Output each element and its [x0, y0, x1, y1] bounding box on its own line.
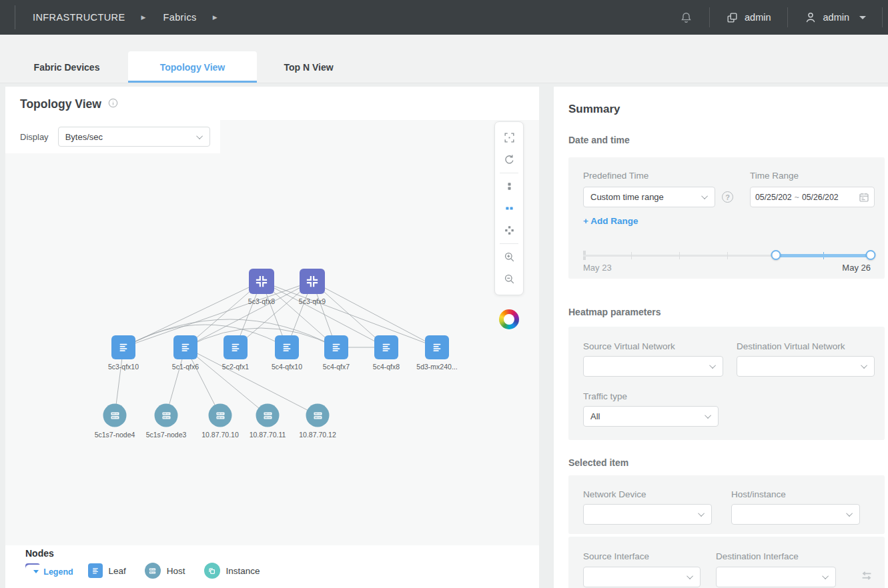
zoom-out-icon[interactable]	[494, 268, 524, 290]
host-node-5c1s7-node3[interactable]: 5c1s7-node3	[155, 404, 178, 427]
page-title: Topology View	[20, 97, 101, 111]
legend-item-host: Host	[145, 563, 185, 579]
traffic-type-select[interactable]: All	[583, 406, 719, 427]
destination-interface-select[interactable]	[716, 567, 836, 587]
time-range-input[interactable]: 05/25/202 ~ 05/26/202	[750, 187, 875, 207]
zoom-in-icon[interactable]	[494, 246, 524, 268]
host-icon	[107, 408, 122, 423]
slider-tick	[727, 252, 728, 259]
breadcrumb-fabrics[interactable]: Fabrics	[163, 12, 196, 23]
chevron-down-icon	[687, 573, 693, 579]
notifications-button[interactable]	[663, 0, 709, 35]
node-label: 10.87.70.11	[250, 431, 286, 439]
node-label: 5c1-qfx6	[172, 363, 199, 371]
header-right: admin admin	[663, 0, 888, 35]
chevron-down-icon	[701, 193, 708, 199]
legend-item-label: Leaf	[109, 566, 126, 576]
leaf-node-5c4-qfx10[interactable]: 5c4-qfx10	[275, 335, 299, 359]
network-device-select[interactable]	[583, 504, 712, 525]
slider-tick	[679, 252, 680, 259]
display-label: Display	[20, 132, 49, 142]
info-icon[interactable]	[108, 98, 118, 111]
topology-graph-area: 5c3-qfx8 5c3-qfx9 5c3-qfx10 5c1-qfx6 5c2…	[5, 120, 539, 545]
refresh-icon[interactable]	[494, 149, 524, 171]
tab-fabric-devices[interactable]: Fabric Devices	[5, 51, 128, 83]
legend-toggle[interactable]: Legend	[25, 565, 81, 579]
slider-handle-start[interactable]	[771, 250, 781, 260]
leaf-node-5c3-qfx10[interactable]: 5c3-qfx10	[111, 335, 135, 359]
host-node-5c1s7-node4[interactable]: 5c1s7-node4	[103, 404, 127, 427]
help-icon[interactable]: ?	[722, 191, 733, 203]
chevron-down-icon	[709, 362, 716, 369]
time-slider[interactable]	[583, 250, 871, 261]
add-range-link[interactable]: + Add Range	[583, 216, 638, 226]
leaf-node-5c1-qfx6[interactable]: 5c1-qfx6	[173, 335, 197, 359]
spine-node-5c3-qfx9[interactable]: 5c3-qfx9	[300, 269, 325, 294]
node-label: 5c4-qfx8	[373, 363, 400, 371]
section-date-and-time: Date and time	[568, 135, 630, 145]
breadcrumb-infrastructure[interactable]: INFRASTRUCTURE	[33, 12, 125, 23]
dest-vn-select[interactable]	[737, 356, 875, 377]
node-label: 5d3-mx240...	[416, 363, 457, 371]
node-label: 5c1s7-node4	[95, 431, 135, 439]
display-select-value: Bytes/sec	[65, 132, 103, 142]
fit-view-icon[interactable]	[494, 127, 524, 149]
host-node-10.87.70.11[interactable]: 10.87.70.11	[256, 404, 280, 427]
source-vn-label: Source Virtual Network	[583, 341, 675, 351]
legend-item-label: Host	[167, 566, 185, 576]
chevron-down-icon	[698, 510, 705, 517]
swap-interfaces-icon[interactable]	[859, 569, 874, 583]
leaf-icon	[329, 340, 344, 355]
host-instance-select[interactable]	[731, 504, 860, 525]
topology-edge[interactable]	[185, 328, 336, 347]
breadcrumb-arrow-icon: ▶	[141, 14, 146, 21]
selected-item-card: Network Device Host/instance	[568, 475, 885, 534]
leaf-node-5d3-mx240...[interactable]: 5d3-mx240...	[425, 335, 449, 359]
topology-edges	[5, 120, 539, 545]
spine-node-5c3-qfx8[interactable]: 5c3-qfx8	[249, 269, 274, 294]
slider-end-label: May 26	[842, 263, 871, 273]
tab-topology-view[interactable]: Topology View	[128, 51, 257, 83]
section-heatmap-parameters: Heatmap parameters	[568, 307, 661, 317]
layout-grid-icon[interactable]	[494, 219, 524, 241]
interfaces-card: Source Interface Destination Interface	[568, 537, 885, 588]
layout-horizontal-icon[interactable]	[494, 197, 524, 219]
chevron-down-icon	[859, 16, 866, 19]
traffic-type-label: Traffic type	[583, 391, 627, 401]
host-instance-label: Host/instance	[731, 489, 786, 499]
node-label: 5c1s7-node3	[146, 431, 187, 439]
host-node-10.87.70.10[interactable]: 10.87.70.10	[209, 404, 232, 427]
leaf-icon	[228, 340, 243, 355]
app-root: { "header": { "breadcrumb": [ { "label":…	[0, 0, 888, 588]
color-wheel-icon[interactable]	[499, 309, 519, 329]
layout-vertical-icon[interactable]	[494, 175, 524, 197]
display-select[interactable]: Bytes/sec	[58, 127, 210, 147]
header-divider	[15, 5, 15, 29]
tab-top-n-view[interactable]: Top N View	[257, 51, 360, 83]
leaf-node-5c2-qfx1[interactable]: 5c2-qfx1	[224, 335, 248, 359]
chevron-down-icon	[705, 412, 711, 419]
section-selected-item: Selected item	[568, 457, 628, 468]
slider-handle-end[interactable]	[866, 250, 876, 260]
source-interface-select[interactable]	[583, 567, 701, 587]
domain-switcher[interactable]: admin	[710, 0, 787, 35]
spine-icon	[253, 273, 270, 290]
predefined-time-select[interactable]: Custom time range	[583, 187, 715, 207]
toolbar-divider	[500, 173, 518, 173]
instance-icon	[206, 565, 217, 577]
user-menu[interactable]: admin	[788, 0, 883, 35]
summary-title: Summary	[568, 103, 620, 116]
leaf-legend-icon	[88, 563, 103, 578]
app-header: INFRASTRUCTURE ▶ Fabrics ▶ admin	[0, 0, 888, 35]
slider-selected-range[interactable]	[776, 254, 871, 257]
leaf-node-5c4-qfx7[interactable]: 5c4-qfx7	[324, 335, 348, 359]
traffic-type-value: All	[590, 411, 600, 421]
toolbar-divider	[500, 243, 518, 244]
caret-down-icon	[33, 570, 39, 573]
source-vn-select[interactable]	[583, 356, 723, 377]
node-label: 10.87.70.10	[201, 431, 238, 439]
leaf-node-5c4-qfx8[interactable]: 5c4-qfx8	[374, 335, 398, 359]
destination-interface-label: Destination Interface	[716, 551, 799, 561]
node-label: 5c3-qfx9	[299, 297, 326, 305]
host-node-10.87.70.12[interactable]: 10.87.70.12	[306, 404, 330, 427]
